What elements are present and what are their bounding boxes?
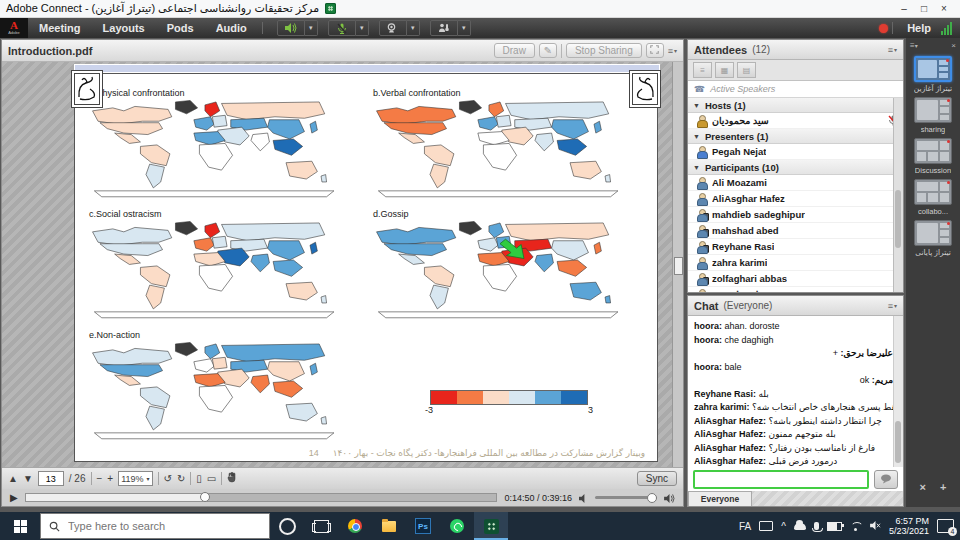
tray-speaker-muted-icon[interactable] bbox=[870, 521, 881, 532]
menu-meeting[interactable]: Meeting bbox=[28, 18, 92, 38]
speaker-icon[interactable] bbox=[277, 20, 305, 36]
minimize-button[interactable]: – bbox=[894, 0, 914, 17]
remove-layout-icon[interactable]: × bbox=[920, 481, 926, 493]
zoom-out-icon[interactable]: − bbox=[97, 474, 103, 484]
webcam-icon[interactable] bbox=[379, 20, 407, 36]
layout-thumb[interactable]: Discussion bbox=[914, 138, 952, 175]
playback-progress[interactable] bbox=[25, 493, 498, 502]
pan-hand-icon[interactable] bbox=[227, 472, 236, 485]
help-menu[interactable]: Help bbox=[907, 22, 931, 34]
photoshop-icon[interactable]: Ps bbox=[406, 512, 440, 540]
maximize-button[interactable]: □ bbox=[914, 0, 934, 17]
menu-layouts[interactable]: Layouts bbox=[92, 18, 156, 38]
webcam-dropdown[interactable]: ▾ bbox=[407, 20, 420, 36]
menu-pods[interactable]: Pods bbox=[156, 18, 205, 38]
attendee-row[interactable]: سید محمودیان bbox=[688, 113, 903, 129]
battery-icon[interactable] bbox=[827, 522, 842, 531]
page-up-icon[interactable]: ▲ bbox=[8, 474, 18, 484]
wifi-icon[interactable] bbox=[850, 522, 862, 531]
rotate-cw-icon[interactable]: ↻ bbox=[177, 474, 185, 484]
pointer-pen-icon[interactable]: ✎ bbox=[539, 43, 557, 58]
taskbar-clock[interactable]: 6:57 PM 5/23/2021 bbox=[889, 516, 929, 536]
document-scrollbar[interactable] bbox=[672, 62, 683, 467]
layout-thumb[interactable]: collabo... bbox=[914, 179, 952, 216]
adobe-connect-taskbar-icon[interactable] bbox=[474, 512, 508, 540]
raise-hand-icon[interactable] bbox=[430, 20, 458, 36]
attendee-row[interactable]: mahshad abed bbox=[688, 223, 903, 239]
touch-keyboard-icon[interactable] bbox=[759, 521, 773, 531]
fullscreen-icon[interactable] bbox=[646, 43, 664, 58]
attendee-name: علیرضا برحق bbox=[712, 289, 764, 292]
microphone-muted-icon[interactable] bbox=[328, 20, 356, 36]
tray-microphone-icon[interactable] bbox=[814, 522, 819, 530]
volume-speaker-icon[interactable] bbox=[664, 489, 675, 507]
chat-input[interactable] bbox=[693, 470, 869, 489]
region-s_africa bbox=[199, 143, 232, 170]
volume-mute-icon[interactable] bbox=[579, 489, 588, 507]
microphone-dropdown[interactable]: ▾ bbox=[356, 20, 369, 36]
playback-scrubber[interactable] bbox=[200, 492, 210, 502]
attendees-scrollbar[interactable] bbox=[893, 98, 903, 292]
send-message-icon[interactable] bbox=[874, 470, 898, 489]
group-header[interactable]: ▼Presenters (1) bbox=[688, 129, 903, 144]
attendee-row[interactable]: Ali Moazami bbox=[688, 175, 903, 191]
fit-page-icon[interactable]: ▯ bbox=[196, 474, 202, 484]
rotate-ccw-icon[interactable]: ↺ bbox=[164, 474, 172, 484]
start-button[interactable] bbox=[0, 512, 40, 540]
whatsapp-icon[interactable] bbox=[440, 512, 474, 540]
layout-thumb[interactable]: sharing bbox=[914, 97, 952, 134]
tab-everyone[interactable]: Everyone bbox=[688, 491, 752, 506]
raise-hand-dropdown[interactable]: ▾ bbox=[458, 20, 471, 36]
add-layout-icon[interactable]: + bbox=[940, 481, 946, 493]
legend-swatch bbox=[535, 391, 561, 404]
onedrive-icon[interactable] bbox=[794, 523, 806, 530]
chat-scrollbar[interactable] bbox=[893, 316, 903, 467]
attendee-row[interactable]: mahdieb sadeghipur bbox=[688, 207, 903, 223]
search-input[interactable] bbox=[66, 519, 261, 533]
task-view-button[interactable] bbox=[304, 512, 338, 540]
sync-button[interactable]: Sync bbox=[637, 471, 677, 486]
connection-signal-icon[interactable] bbox=[941, 22, 952, 35]
menu-audio[interactable]: Audio bbox=[205, 18, 258, 38]
pod-options-icon[interactable]: ≡▾ bbox=[668, 46, 677, 56]
pod-options-icon[interactable]: ≡▾ bbox=[888, 45, 897, 55]
language-indicator[interactable]: FA bbox=[739, 521, 751, 532]
zoom-in-icon[interactable]: + bbox=[107, 474, 113, 484]
breakout-view-icon[interactable]: ▦ bbox=[715, 62, 734, 78]
attendee-row[interactable]: Reyhane Rasi bbox=[688, 239, 903, 255]
zoom-level-select[interactable]: 119%▾ bbox=[118, 471, 152, 486]
attendee-list-view-icon[interactable]: ≡ bbox=[693, 62, 712, 78]
stop-sharing-button[interactable]: Stop Sharing bbox=[566, 43, 642, 58]
group-header[interactable]: ▼Hosts (1) bbox=[688, 98, 903, 113]
status-view-icon[interactable]: ▤ bbox=[737, 62, 756, 78]
layout-thumb[interactable]: تیتراژ آغازین bbox=[914, 56, 952, 93]
volume-thumb[interactable] bbox=[647, 493, 657, 503]
region-canada bbox=[377, 227, 456, 245]
page-down-icon[interactable]: ▼ bbox=[23, 474, 33, 484]
play-button[interactable]: ▶ bbox=[10, 492, 18, 503]
taskbar-search[interactable] bbox=[40, 513, 270, 539]
layout-thumb[interactable]: تیتراژ پایانی bbox=[914, 220, 952, 257]
region-japan bbox=[310, 121, 317, 133]
page-number-input[interactable] bbox=[38, 471, 64, 486]
pod-options-icon[interactable]: ≡▾ bbox=[888, 301, 897, 311]
layouts-close-icon[interactable]: × bbox=[951, 41, 956, 50]
group-header[interactable]: ▼Participants (10) bbox=[688, 160, 903, 175]
draw-button[interactable]: Draw bbox=[494, 43, 535, 58]
tray-chevron-icon[interactable]: ^ bbox=[781, 521, 786, 532]
attendee-row[interactable]: علیرضا برحق bbox=[688, 287, 903, 292]
close-button[interactable]: × bbox=[934, 0, 954, 17]
region-greenland bbox=[459, 221, 481, 234]
action-center-icon[interactable]: 4 bbox=[937, 519, 954, 533]
file-explorer-icon[interactable] bbox=[372, 512, 406, 540]
speaker-dropdown[interactable]: ▾ bbox=[305, 20, 318, 36]
attendee-row[interactable]: zolfaghari abbas bbox=[688, 271, 903, 287]
layouts-options-icon[interactable]: ≡▾ bbox=[910, 41, 918, 50]
volume-slider[interactable] bbox=[595, 496, 657, 499]
chrome-icon[interactable] bbox=[338, 512, 372, 540]
attendee-row[interactable]: zahra karimi bbox=[688, 255, 903, 271]
attendee-row[interactable]: AliAsghar Hafez bbox=[688, 191, 903, 207]
attendee-row[interactable]: Pegah Nejat bbox=[688, 144, 903, 160]
cortana-button[interactable] bbox=[270, 512, 304, 540]
fit-width-icon[interactable]: ▭ bbox=[207, 474, 216, 484]
